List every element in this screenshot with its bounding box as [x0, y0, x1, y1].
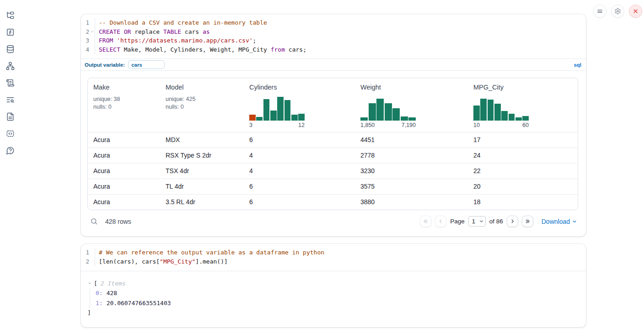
- column-header-mpg_city[interactable]: MPG_City1060: [468, 78, 578, 132]
- code-token: from: [271, 46, 285, 53]
- chevron-down-icon: [90, 30, 94, 34]
- code-line[interactable]: 3FROM 'https://datasets.marimo.app/cars.…: [81, 36, 586, 45]
- notebook-area: 1-- Download a CSV and create an in-memo…: [80, 14, 586, 328]
- histogram-bar: [249, 115, 256, 121]
- column-title: Cylinders: [249, 84, 349, 91]
- chevron-right-icon: [510, 218, 515, 224]
- settings-button[interactable]: [611, 5, 624, 18]
- marimo-app: { "sidebar": { "items": ["file-tree","fu…: [0, 0, 644, 333]
- code-text: # We can reference the output variable a…: [99, 248, 324, 257]
- column-header-cylinders[interactable]: Cylinders312: [244, 78, 355, 132]
- help-icon: [6, 146, 15, 155]
- sidebar-database-button[interactable]: [5, 44, 15, 53]
- code-line[interactable]: 1-- Download a CSV and create an in-memo…: [81, 18, 586, 27]
- row-count: 428 rows: [105, 218, 131, 225]
- editor-gutter: 1: [81, 248, 95, 257]
- editor-gutter: 2: [81, 27, 95, 37]
- notebook-actions: [593, 5, 642, 18]
- next-page-button[interactable]: [507, 216, 518, 227]
- menu-button[interactable]: [593, 5, 606, 18]
- code-token: TABLE: [163, 28, 181, 35]
- line-number: 1: [81, 248, 89, 257]
- column-title: MPG_City: [473, 84, 572, 91]
- file-tree-icon: [6, 11, 15, 20]
- table-cell: 4: [244, 148, 355, 163]
- code-token: cars;: [285, 46, 306, 53]
- item-key: 0: [96, 290, 99, 296]
- python-code-editor[interactable]: 1# We can reference the output variable …: [81, 244, 586, 270]
- prev-page-button[interactable]: [435, 216, 446, 227]
- chevrons-left-icon: [423, 218, 429, 224]
- shutdown-button[interactable]: [629, 5, 642, 18]
- collapse-toggle[interactable]: [87, 281, 94, 285]
- fold-gutter-spacer: [89, 257, 95, 266]
- table-row[interactable]: AcuraRSX Type S 2dr4277824: [88, 148, 578, 163]
- histogram-bar: [488, 100, 494, 121]
- column-header-model[interactable]: Modelunique: 425nulls: 0: [160, 78, 244, 132]
- table-cell: 20: [468, 179, 578, 194]
- last-page-button[interactable]: [522, 216, 533, 227]
- dependency-graph-icon: [6, 62, 15, 70]
- python-output: [ 2 Items 0:4281:20.060747663551403 ]: [81, 271, 586, 327]
- histogram-bar: [291, 115, 298, 121]
- sidebar-scratchpad-button[interactable]: [5, 78, 15, 87]
- code-token: cars: [181, 28, 203, 35]
- page-select[interactable]: 1: [469, 217, 485, 225]
- fold-toggle[interactable]: [89, 27, 95, 37]
- item-key: 1: [96, 300, 99, 307]
- histogram-bar: [494, 104, 501, 121]
- code-token: ;: [253, 37, 257, 44]
- code-token: # We can reference the output variable a…: [99, 249, 324, 256]
- output-variable-input[interactable]: [128, 60, 165, 69]
- table-cell: 3575: [355, 179, 468, 194]
- table-cell: RSX Type S 2dr: [160, 148, 244, 163]
- data-table: Makeunique: 38nulls: 0Modelunique: 425nu…: [87, 78, 578, 210]
- table-row[interactable]: Acura3.5 RL 4dr6388018: [88, 194, 578, 210]
- sidebar-help-button[interactable]: [5, 146, 15, 155]
- shutdown-x-icon: [632, 8, 639, 15]
- item-value: 20.060747663551403: [107, 300, 171, 307]
- table-cell: 3230: [355, 164, 468, 179]
- sidebar-logs-button[interactable]: [5, 95, 15, 104]
- code-token: replace: [131, 28, 163, 35]
- histogram-min-label: 1,850: [360, 122, 375, 128]
- sidebar-snippets-button[interactable]: [5, 129, 15, 138]
- histogram-bar: [369, 103, 376, 121]
- code-line[interactable]: 4SELECT Make, Model, Cylinders, Weight, …: [81, 45, 586, 54]
- histogram-min-label: 3: [249, 122, 252, 128]
- table-row[interactable]: AcuraMDX6445117: [88, 132, 578, 148]
- table-row[interactable]: AcuraTL 4dr6357520: [88, 179, 578, 194]
- download-button[interactable]: Download: [542, 218, 577, 225]
- language-badge[interactable]: sql: [574, 62, 581, 68]
- column-histogram: [249, 95, 305, 121]
- sidebar-file-tree-button[interactable]: [5, 11, 15, 20]
- code-token: -- Download a CSV and create an in-memor…: [99, 19, 267, 26]
- histogram-range-labels: 1,8507,190: [360, 122, 416, 128]
- table-row[interactable]: AcuraTSX 4dr4323022: [88, 163, 578, 179]
- code-token: as: [203, 28, 210, 35]
- key-separator: :: [99, 290, 103, 296]
- code-line[interactable]: 1# We can reference the output variable …: [81, 248, 586, 257]
- histogram-bar: [501, 111, 508, 121]
- code-line[interactable]: 2[len(cars), cars["MPG_City"].mean()]: [81, 257, 586, 266]
- code-line[interactable]: 2CREATE OR replace TABLE cars as: [81, 27, 586, 37]
- table-cell: TL 4dr: [160, 179, 244, 194]
- column-header-weight[interactable]: Weight1,8507,190: [355, 78, 468, 132]
- sidebar-documentation-button[interactable]: [5, 112, 15, 121]
- histogram-bar: [515, 117, 522, 121]
- column-histogram: [473, 95, 529, 121]
- column-header-make[interactable]: Makeunique: 38nulls: 0: [88, 78, 160, 132]
- menu-icon: [596, 8, 603, 15]
- histogram-bar: [509, 114, 515, 121]
- histogram-bar: [473, 106, 480, 121]
- sidebar-function-button[interactable]: [5, 27, 15, 37]
- sql-code-editor[interactable]: 1-- Download a CSV and create an in-memo…: [81, 14, 586, 58]
- sidebar-dependency-graph-button[interactable]: [5, 61, 15, 70]
- page-label: Page: [450, 218, 465, 225]
- fold-gutter-spacer: [89, 36, 95, 45]
- table-search-button[interactable]: [89, 217, 98, 226]
- histogram-max-label: 60: [522, 122, 529, 128]
- first-page-button[interactable]: [420, 216, 431, 227]
- editor-gutter: 1: [81, 18, 95, 27]
- histogram-bar: [277, 97, 284, 121]
